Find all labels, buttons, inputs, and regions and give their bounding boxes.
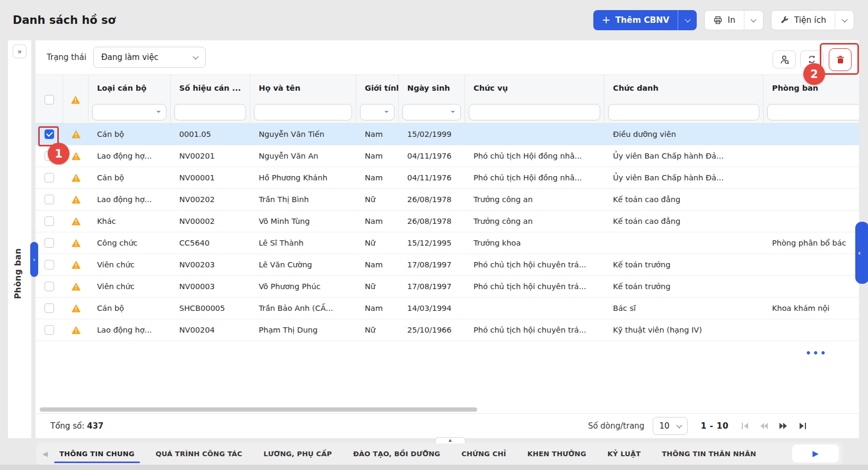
panel-splitter-handle[interactable]: ▲	[435, 437, 466, 443]
status-filter-select[interactable]: Đang làm việc	[93, 47, 206, 68]
rows-per-page-select[interactable]: 10	[653, 417, 688, 435]
header-cell-gender[interactable]: Giới tính	[356, 75, 399, 101]
last-page-icon	[799, 422, 806, 430]
select-all-checkbox[interactable]	[45, 95, 54, 105]
table-row[interactable]: Lao động hợ... NV00201 Nguyễn Văn An Nam…	[36, 145, 859, 167]
cell-gender: Nam	[356, 145, 399, 167]
cell-dob: 15/12/1995	[399, 232, 465, 254]
utilities-button-group: Tiện ích	[771, 10, 854, 30]
refresh-icon	[807, 55, 817, 64]
table-row[interactable]: Cán bộ 0001.05 Nguyễn Văn Tiến Nam 15/02…	[36, 124, 859, 145]
detail-tab[interactable]: ĐÀO TẠO, BỒI DƯỠNG	[353, 442, 440, 465]
play-right-icon: ▶	[812, 449, 819, 458]
add-cbnv-dropdown-button[interactable]	[678, 10, 697, 30]
detail-tab[interactable]: KHEN THƯỞNG	[528, 442, 586, 465]
table-row[interactable]: Viên chức NV00003 Võ Phương Phúc Nữ 17/0…	[36, 276, 859, 298]
refresh-button[interactable]	[800, 50, 823, 68]
header-cell-position[interactable]: Chức vụ	[465, 75, 604, 101]
cell-type: Công chức	[89, 232, 171, 254]
expand-left-panel-pill[interactable]: ›	[30, 242, 38, 277]
last-page-button[interactable]	[794, 418, 810, 434]
cell-code: NV00202	[171, 189, 250, 210]
title-filter-input[interactable]	[608, 104, 759, 120]
first-page-button[interactable]	[737, 418, 753, 434]
detail-tab[interactable]: CHỨNG CHỈ	[461, 442, 506, 465]
status-filter-value: Đang làm việc	[101, 53, 159, 62]
cell-type: Cán bộ	[89, 124, 171, 145]
row-checkbox[interactable]	[45, 325, 54, 335]
row-checkbox[interactable]	[45, 129, 54, 139]
cell-position: Phó chủ tịch hội chuyên trá...	[465, 254, 604, 275]
utilities-button[interactable]: Tiện ích	[771, 11, 835, 30]
detail-tab[interactable]: LƯƠNG, PHỤ CẤP	[264, 442, 332, 465]
expand-panel-button[interactable]: »	[13, 45, 27, 58]
row-checkbox[interactable]	[45, 173, 54, 182]
cell-type: Khác	[89, 211, 171, 232]
row-checkbox[interactable]	[45, 151, 54, 161]
row-checkbox[interactable]	[45, 195, 54, 204]
header-cell-name[interactable]: Họ và tên	[250, 75, 356, 101]
table-row[interactable]: Công chức CC5640 Lê Sĩ Thành Nữ 15/12/19…	[36, 232, 859, 254]
header-cell-title[interactable]: Chức danh	[604, 75, 764, 101]
cell-gender: Nam	[356, 211, 399, 232]
table-row[interactable]: Viên chức NV00203 Lê Văn Cường Nam 17/08…	[36, 254, 859, 276]
row-checkbox[interactable]	[45, 216, 54, 226]
detail-tab[interactable]: THÔNG TIN CHUNG	[59, 442, 135, 465]
cell-department	[764, 211, 859, 232]
name-filter-input[interactable]	[254, 104, 352, 120]
row-checkbox[interactable]	[45, 303, 54, 313]
row-checkbox[interactable]	[45, 282, 54, 291]
print-button[interactable]: In	[705, 11, 743, 30]
employee-lookup-button[interactable]	[773, 50, 796, 68]
table-row[interactable]: Khác NV00002 Võ Minh Tùng Nam 26/08/1978…	[36, 211, 859, 232]
add-cbnv-button[interactable]: + Thêm CBNV	[593, 10, 678, 30]
delete-button[interactable]	[829, 48, 852, 71]
header-cell-dob[interactable]: Ngày sinh	[399, 75, 465, 101]
tabs-scroll-right-button[interactable]: ▶	[792, 445, 839, 463]
detail-tab[interactable]: KỶ LUẬT	[608, 442, 641, 465]
horizontal-scrollbar[interactable]	[40, 407, 477, 412]
header-cell-department[interactable]: Phòng ban	[764, 75, 859, 101]
cell-position: Phó chủ tịch Hội đồng nhâ...	[465, 167, 604, 188]
utilities-label: Tiện ích	[794, 15, 826, 25]
row-checkbox[interactable]	[45, 260, 54, 269]
cell-title: Điều dưỡng viên	[604, 124, 764, 145]
table-row[interactable]: Cán bộ SHCB00005 Trần Bảo Anh (CẤ... Nam…	[36, 298, 859, 319]
type-filter-select[interactable]	[92, 104, 166, 120]
expand-right-panel-pill[interactable]: ‹	[855, 222, 868, 284]
tabs-scroll-left-button[interactable]: ◀	[42, 450, 48, 458]
total-value: 437	[87, 421, 103, 431]
next-page-button[interactable]	[775, 418, 791, 434]
header-cell-type[interactable]: Loại cán bộ	[89, 75, 171, 101]
warning-icon	[71, 173, 81, 182]
row-checkbox[interactable]	[45, 238, 54, 248]
table-row[interactable]: Cán bộ NV00001 Hồ Phương Khánh Nam 04/11…	[36, 167, 859, 189]
gender-filter-select[interactable]	[360, 104, 394, 120]
records-grid: Trạng thái Đang làm việc	[36, 40, 859, 438]
detail-tab[interactable]: QUÁ TRÌNH CÔNG TÁC	[156, 442, 243, 465]
header-cell-code[interactable]: Số hiệu cán ...	[171, 75, 250, 101]
dob-filter-select[interactable]	[402, 104, 461, 120]
position-filter-input[interactable]	[469, 104, 600, 120]
previous-page-button[interactable]	[756, 418, 772, 434]
cell-department	[764, 124, 859, 145]
trash-icon	[836, 55, 845, 65]
more-actions-button[interactable]: •••	[805, 348, 828, 359]
code-filter-input[interactable]	[174, 104, 246, 120]
table-row[interactable]: Lao động hợ... NV00202 Trần Thị Bình Nữ …	[36, 189, 859, 211]
chevron-down-icon	[677, 422, 682, 428]
cell-name: Trần Thị Bình	[250, 189, 356, 210]
cell-title: Kế toán cao đẳng	[604, 189, 764, 210]
wrench-icon	[780, 15, 790, 25]
detail-tab[interactable]: THÔNG TIN THÂN NHÂN	[662, 442, 756, 465]
utilities-dropdown-button[interactable]	[835, 11, 854, 30]
print-button-group: In	[704, 10, 763, 30]
department-filter-input[interactable]	[767, 104, 859, 120]
warning-icon	[71, 151, 81, 161]
print-dropdown-button[interactable]	[744, 11, 763, 30]
table-row[interactable]: Lao động hợ... NV00204 Phạm Thị Dung Nữ …	[36, 319, 859, 341]
grid-footer: Tổng số: 437 Số dòng/trang 10 1 - 10	[36, 413, 859, 438]
cell-dob: 26/08/1978	[399, 189, 465, 210]
left-panel-collapsed: » Phòng ban	[8, 40, 31, 438]
cell-position: Phó chủ tịch hội chuyên trá...	[465, 276, 604, 297]
